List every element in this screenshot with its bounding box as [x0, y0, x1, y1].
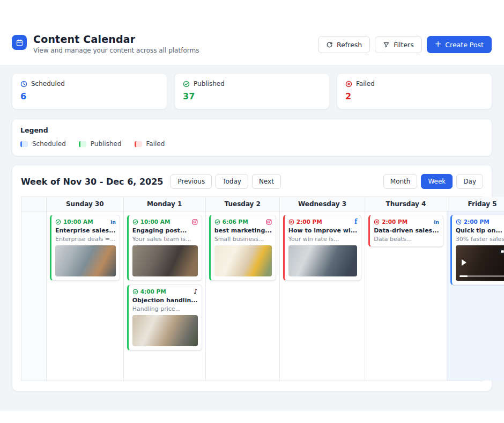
time-gutter-cell: [21, 212, 46, 381]
view-day-button[interactable]: Day: [456, 174, 483, 189]
legend-title: Legend: [20, 126, 484, 134]
page-body: Scheduled 6 Published 37: [0, 65, 504, 411]
event-title: Quick tip on...: [456, 227, 504, 234]
event-card[interactable]: 2:00 PMfHow to improve wi...Your win rat…: [283, 215, 361, 281]
check-circle-icon: [132, 289, 138, 295]
facebook-icon: f: [354, 219, 357, 224]
event-time-label: 10:00 AM: [63, 218, 93, 225]
day-header-wednesday: Wednesday 3: [279, 197, 365, 212]
stat-value: 37: [183, 91, 321, 101]
event-title: Enterprise sales...: [55, 227, 116, 234]
event-card[interactable]: 6:06 PMbest marketing...Small business..…: [209, 215, 276, 281]
event-excerpt: Data beats...: [374, 236, 439, 243]
event-time: 10:00 AM: [55, 218, 93, 225]
day-cell-friday[interactable]: 2:00 PM♪Quick tip on...30% faster sales.…: [447, 212, 504, 381]
check-circle-icon: [183, 81, 190, 87]
video-progress-bar: [459, 275, 504, 278]
event-card-header: 4:00 PM♪: [132, 288, 198, 295]
play-icon: [462, 259, 466, 266]
stats-row: Scheduled 6 Published 37: [12, 73, 492, 110]
event-excerpt: Enterprise deals =...: [55, 236, 116, 243]
view-month-button[interactable]: Month: [383, 174, 418, 189]
event-title: How to improve wi...: [288, 227, 357, 234]
legend-label: Failed: [146, 140, 165, 148]
legend-label: Scheduled: [32, 140, 66, 148]
previous-week-button[interactable]: Previous: [171, 174, 212, 189]
event-time: 2:00 PM: [374, 218, 407, 225]
next-week-button[interactable]: Next: [252, 174, 281, 189]
day-header-friday: Friday 5: [447, 197, 504, 212]
event-card-header: 2:00 PMf: [288, 218, 357, 225]
check-circle-icon: [132, 219, 138, 225]
stat-card-published: Published 37: [174, 73, 330, 110]
event-time: 10:00 AM: [132, 218, 171, 225]
scheduled-color-swatch: [20, 141, 28, 147]
event-title: Engaging post...: [132, 227, 198, 234]
tiktok-icon: ♪: [194, 289, 198, 294]
post-photo-thumbnail: [288, 245, 357, 276]
event-excerpt: Your win rate is...: [288, 236, 357, 243]
linkedin-icon: in: [434, 219, 439, 225]
event-card[interactable]: 2:00 PM♪Quick tip on...30% faster sales.…: [450, 215, 504, 285]
stat-label: Failed: [356, 80, 375, 87]
event-card[interactable]: 10:00 AMinEnterprise sales...Enterprise …: [50, 215, 120, 281]
legend-item-scheduled: Scheduled: [20, 140, 66, 148]
event-card-header: 2:00 PM♪: [456, 218, 504, 225]
day-cell-monday[interactable]: 10:00 AMEngaging post...Your sales team …: [123, 212, 205, 381]
filters-button[interactable]: Filters: [375, 36, 421, 53]
event-card[interactable]: 4:00 PM♪Objection handlin...Handling pri…: [127, 285, 202, 351]
day-cell-thursday[interactable]: 2:00 PMinData-driven sales...Data beats.…: [365, 212, 446, 381]
grid-corner-cell: [21, 197, 46, 212]
failed-color-swatch: [135, 141, 142, 147]
x-circle-icon: [288, 219, 294, 225]
event-time: 6:06 PM: [214, 218, 248, 225]
event-card[interactable]: 10:00 AMEngaging post...Your sales team …: [127, 215, 202, 281]
clock-icon: [20, 81, 27, 87]
today-button[interactable]: Today: [216, 174, 248, 189]
view-week-button[interactable]: Week: [421, 174, 453, 189]
event-excerpt: Small business...: [214, 236, 272, 243]
filter-funnel-icon: [383, 41, 390, 48]
post-photo-thumbnail: [55, 245, 116, 276]
event-time-label: 2:00 PM: [464, 218, 490, 225]
day-cell-wednesday[interactable]: 2:00 PMfHow to improve wi...Your win rat…: [279, 212, 365, 381]
legend-item-published: Published: [79, 140, 122, 148]
event-excerpt: Your sales team is...: [132, 236, 198, 243]
video-camera-badge-icon: [499, 248, 504, 254]
linkedin-icon: in: [110, 219, 115, 225]
event-title: best marketing...: [214, 227, 272, 234]
day-header-thursday: Thursday 4: [365, 197, 446, 212]
legend-panel: Legend Scheduled Published Failed: [12, 119, 492, 156]
day-cell-sunday[interactable]: 10:00 AMinEnterprise sales...Enterprise …: [46, 212, 123, 381]
stat-card-failed: Failed 2: [337, 73, 492, 110]
stat-card-scheduled: Scheduled 6: [12, 73, 167, 110]
calendar-toolbar: Week of Nov 30 - Dec 6, 2025 Previous To…: [21, 174, 483, 189]
event-title: Data-driven sales...: [374, 227, 439, 234]
stat-value: 2: [345, 91, 484, 101]
refresh-label: Refresh: [337, 41, 362, 49]
page-subtitle: View and manage your content across all …: [33, 47, 199, 54]
create-post-button[interactable]: + Create Post: [427, 36, 492, 53]
instagram-icon: [266, 219, 272, 225]
event-time-label: 4:00 PM: [140, 288, 166, 295]
event-card-header: 2:00 PMin: [374, 218, 439, 225]
published-color-swatch: [79, 141, 86, 147]
event-card[interactable]: 2:00 PMinData-driven sales...Data beats.…: [368, 215, 443, 247]
post-photo-thumbnail: [214, 245, 272, 276]
day-header-monday: Monday 1: [123, 197, 205, 212]
instagram-icon: [192, 219, 198, 225]
page-header: Content Calendar View and manage your co…: [0, 0, 504, 65]
filters-label: Filters: [394, 41, 413, 49]
event-title: Objection handlin...: [132, 297, 198, 304]
calendar-panel: Week of Nov 30 - Dec 6, 2025 Previous To…: [12, 165, 492, 391]
week-title: Week of Nov 30 - Dec 6, 2025: [21, 177, 163, 187]
event-card-header: 6:06 PM: [214, 218, 272, 225]
create-post-label: Create Post: [445, 41, 484, 49]
event-time-label: 2:00 PM: [297, 218, 322, 225]
refresh-button[interactable]: Refresh: [318, 36, 370, 53]
post-photo-thumbnail: [132, 245, 198, 276]
legend-item-failed: Failed: [135, 140, 165, 148]
refresh-icon: [326, 41, 333, 48]
event-excerpt: 30% faster sales...: [456, 236, 504, 243]
day-cell-tuesday[interactable]: 6:06 PMbest marketing...Small business..…: [205, 212, 279, 381]
